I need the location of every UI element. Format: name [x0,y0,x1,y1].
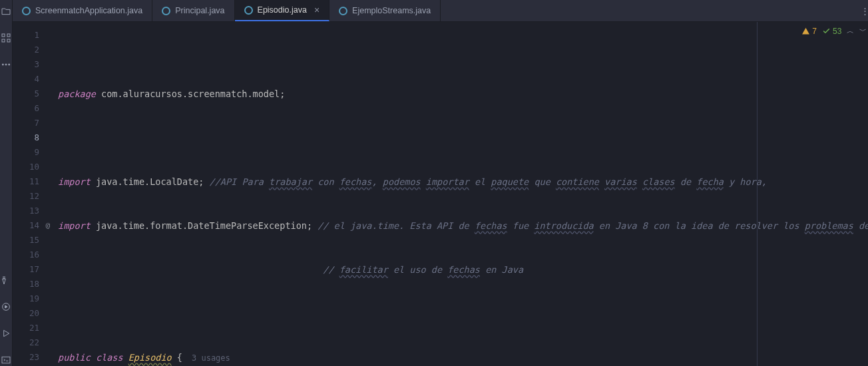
inspection-status[interactable]: 7 53 ︿ ﹀ [801,26,867,36]
project-icon[interactable] [0,5,12,17]
warnings-badge[interactable]: 7 [801,27,817,36]
tabs-overflow-icon[interactable]: ⋮ [855,0,868,21]
svg-rect-3 [7,39,10,42]
svg-rect-8 [2,357,10,363]
tab-principal[interactable]: Principal.java [152,0,234,21]
passes-count: 53 [833,27,841,36]
services-icon[interactable] [0,301,12,313]
chevron-down-icon[interactable]: ﹀ [859,26,867,36]
more-icon[interactable] [0,59,12,71]
svg-point-6 [9,64,10,65]
tab-ejemplostreams[interactable]: EjemploStreams.java [329,0,441,21]
tab-label: Principal.java [175,6,224,15]
chevron-up-icon[interactable]: ︿ [847,26,854,36]
structure-icon[interactable] [0,32,12,44]
java-file-icon [339,7,347,15]
java-file-icon [244,6,253,15]
java-file-icon [162,7,170,15]
svg-rect-1 [7,34,10,37]
tab-screenmatch[interactable]: ScreenmatchApplication.java [13,0,152,21]
java-file-icon [22,7,31,15]
tab-label: Episodio.java [258,5,307,15]
tool-rail [0,0,13,366]
tab-episodio[interactable]: Episodio.java × [235,0,330,21]
svg-point-4 [2,64,3,65]
tab-label: EjemploStreams.java [352,6,431,15]
terminal-icon[interactable] [0,354,12,366]
editor-tabs: ScreenmatchApplication.java Principal.ja… [13,0,868,22]
editor[interactable]: 1234567891011121314@151617181920212223 p… [13,22,868,366]
svg-point-5 [5,64,7,65]
svg-rect-2 [2,39,5,42]
code-area[interactable]: package com.aluracursos.screenmatch.mode… [51,22,868,366]
run-icon[interactable] [0,327,12,339]
svg-rect-0 [2,34,5,37]
line-gutter: 1234567891011121314@151617181920212223 [13,22,51,366]
warnings-count: 7 [812,27,817,36]
build-icon[interactable] [0,274,12,286]
passes-badge[interactable]: 53 [822,27,841,36]
tab-label: ScreenmatchApplication.java [35,6,142,15]
close-icon[interactable]: × [314,5,320,15]
